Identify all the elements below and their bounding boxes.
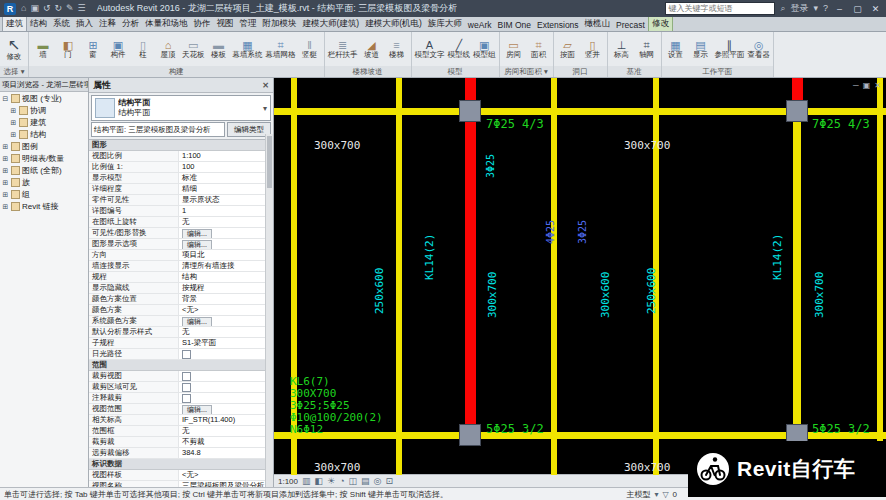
ribbon-tab-9[interactable]: 视图 [214,17,237,31]
selected-beam[interactable] [465,78,476,435]
ribbon-button-7-1[interactable]: ⊥标高 [610,39,634,59]
isolate-icon[interactable]: ⊡ [385,477,393,486]
chevron-down-icon[interactable]: ▾ [263,104,267,113]
checkbox[interactable] [182,350,191,359]
property-group-header[interactable]: 图形 [89,140,266,151]
ribbon-tab-16[interactable]: BIM One [494,19,534,31]
property-value[interactable]: 无 [179,217,266,227]
open-icon[interactable]: ⌂ [21,4,26,13]
ribbon-tab-6[interactable]: 分析 [119,17,142,31]
edit-button[interactable]: 编辑... [182,229,212,238]
column-block[interactable] [459,100,481,122]
ribbon-tab-3[interactable]: 系统 [50,17,73,31]
ribbon-button-3-3[interactable]: ≡楼梯 [385,39,409,59]
shadows-icon[interactable]: ◔ [339,477,344,486]
ribbon-button-6-1[interactable]: ▱按面 [556,39,580,59]
beam[interactable] [877,78,883,475]
property-value[interactable]: 标准 [179,173,266,183]
tree-expander-icon[interactable]: ⊞ [2,167,9,174]
ribbon-button-2-9[interactable]: ▦幕墙系统 [232,39,264,59]
detail-level-icon[interactable]: ▥ [302,477,311,486]
property-value[interactable]: 三层梁模板图及梁骨分析 [179,481,266,487]
help-icon[interactable]: ? [823,4,828,13]
ribbon-tab-17[interactable]: Extensions [534,19,582,31]
tree-expander-icon[interactable]: ⊞ [2,191,9,198]
save-icon[interactable]: ▣ [30,4,39,13]
crop-view-icon[interactable]: ◫ [349,477,358,486]
ribbon-button-4-1[interactable]: A模型文字 [414,39,446,59]
beam[interactable] [396,78,402,475]
ribbon-tab-10[interactable]: 管理 [237,17,260,31]
property-value[interactable] [179,393,266,403]
property-group-header[interactable]: 标识数据 [89,459,266,470]
property-value[interactable]: 精细 [179,184,266,194]
ribbon-button-7-2[interactable]: ⌗轴网 [635,39,659,59]
ribbon-button-4-3[interactable]: ▣模型组 [472,39,497,59]
property-value[interactable] [179,382,266,392]
filter-icon[interactable]: ▽ [662,490,668,499]
tree-expander-icon[interactable]: ⊞ [2,155,9,162]
ribbon-button-1-1[interactable]: ↖修改 [2,37,26,61]
property-value[interactable]: 项目北 [179,250,266,260]
edit-button[interactable]: 编辑... [182,317,212,326]
property-value[interactable]: 384.8 [179,448,266,458]
ribbon-tab-14[interactable]: 族库大师 [425,17,465,31]
signin-label[interactable]: 登录 [790,4,808,13]
ribbon-button-8-3[interactable]: ∥参照平面 [714,39,746,59]
property-value[interactable]: 按规程 [179,283,266,293]
property-value[interactable]: 无 [179,327,266,337]
ribbon-tab-11[interactable]: 附加模块 [260,17,300,31]
edit-button[interactable]: 编辑... [182,405,212,414]
ribbon-tab-19[interactable]: Precast [613,19,648,31]
beam[interactable] [793,111,801,435]
ribbon-tab-7[interactable]: 体量和场地 [142,17,191,31]
property-value[interactable]: 编辑... [179,316,266,326]
ribbon-button-2-11[interactable]: ‖竖梃 [298,39,322,59]
ribbon-button-6-2[interactable]: ▯竖井 [581,39,605,59]
browser-tree-item-4[interactable]: ⊞结构 [0,128,88,140]
ribbon-tab-12[interactable]: 建模大师(建筑) [300,17,363,31]
ribbon-button-3-2[interactable]: ◢坡道 [360,39,384,59]
property-value[interactable]: 100 [179,162,266,172]
menu-icon[interactable]: ☰ [78,4,86,13]
column-block[interactable] [786,100,808,122]
property-value[interactable]: 1:100 [179,151,266,161]
undo-icon[interactable]: ↺ [43,4,51,13]
close-button[interactable]: ✕ [869,4,882,14]
active-model-label[interactable]: 主模型 [626,489,650,500]
edit-button[interactable]: 编辑... [182,240,212,249]
reveal-hidden-icon[interactable]: ◎ [374,477,382,486]
property-value[interactable]: 1 [179,206,266,216]
property-value[interactable] [179,371,266,381]
view-restore-icon[interactable]: ▣ [863,81,871,90]
beam[interactable] [551,78,557,475]
crop-region-icon[interactable]: ▤ [361,477,370,486]
ribbon-button-8-4[interactable]: ◎查看器 [747,39,772,59]
tree-expander-icon[interactable]: ⊞ [2,203,9,210]
maximize-button[interactable]: ▢ [851,4,864,14]
property-value[interactable]: <无> [179,470,266,480]
ribbon-button-2-8[interactable]: ▬楼板 [207,39,231,59]
property-value[interactable]: 无 [179,426,266,436]
property-value[interactable] [179,349,266,359]
property-group-header[interactable]: 范围 [89,360,266,371]
browser-tree-item-2[interactable]: ⊞协调 [0,104,88,116]
properties-scrollbar[interactable] [265,134,273,487]
browser-tree-item-5[interactable]: ⊞图例 [0,140,88,152]
ribbon-button-4-2[interactable]: ╱模型线 [447,39,472,59]
ribbon-tab-1[interactable]: 建筑 [2,17,27,31]
sun-path-icon[interactable]: ☀ [327,477,335,486]
browser-tree-item-1[interactable]: ⊟视图 (专业) [0,92,88,104]
view-scale[interactable]: 1:100 [278,477,298,486]
redo-icon[interactable]: ↻ [55,4,63,13]
ribbon-tab-13[interactable]: 建模大师(机电) [362,17,425,31]
ribbon-tab-8[interactable]: 协作 [191,17,214,31]
ribbon-button-8-2[interactable]: ▤显示 [689,39,713,59]
instance-selector[interactable]: 结构平面: 三层梁模板图及梁骨分析 [91,122,225,137]
property-value[interactable]: 编辑... [179,228,266,238]
ribbon-button-8-1[interactable]: ▦设置 [664,39,688,59]
checkbox[interactable] [182,383,191,392]
ribbon-button-2-3[interactable]: ⊞窗 [81,39,105,59]
property-value[interactable]: 背景 [179,294,266,304]
property-value[interactable]: 显示原状态 [179,195,266,205]
